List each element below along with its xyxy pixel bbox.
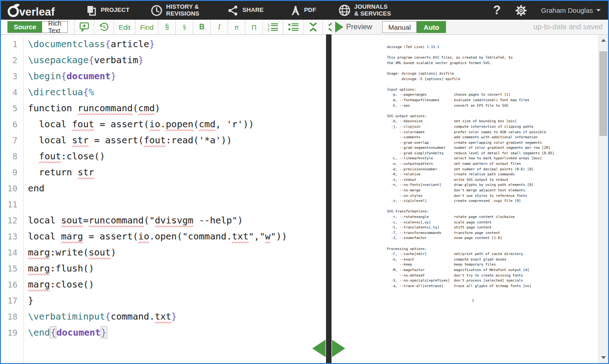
- nav-share[interactable]: SHARE: [228, 5, 264, 16]
- numbered-list-icon: 1 2: [267, 22, 278, 32]
- line-number: 5: [1, 100, 17, 116]
- display-math-button[interactable]: Π: [245, 20, 263, 34]
- edit-menu-button[interactable]: Edit: [114, 20, 136, 34]
- line-number: 2: [1, 52, 17, 68]
- line-number: 12: [1, 212, 17, 228]
- comment-plus-icon: [79, 22, 89, 32]
- line-number: 3: [1, 68, 17, 84]
- code-line[interactable]: [28, 196, 326, 212]
- pdf-text: dvisvgm (TeX Live) 1.15.1 This program c…: [387, 44, 555, 288]
- code-line[interactable]: marg:close(): [28, 277, 326, 293]
- editor-toolbar-cells: Edit Find § § B I π Π 1 2: [74, 20, 342, 34]
- nav-pdf-label: PDF: [304, 7, 316, 13]
- scrollbar-thumb[interactable]: [599, 51, 607, 136]
- line-number: 11: [1, 196, 17, 212]
- overleaf-logo[interactable]: verleaf: [7, 4, 62, 17]
- scroll-down-arrow-icon[interactable]: [601, 356, 606, 359]
- overleaf-logo-text: verleaf: [19, 5, 55, 17]
- preview-scrollbar[interactable]: [598, 35, 608, 363]
- bold-button[interactable]: B: [193, 20, 211, 34]
- bullet-list-icon: [288, 22, 299, 32]
- scroll-up-arrow-icon[interactable]: [601, 39, 606, 42]
- code-line[interactable]: local str = assert(fout:read('*a')): [28, 132, 326, 148]
- code-line[interactable]: end: [28, 180, 326, 196]
- italic-button[interactable]: I: [211, 20, 228, 34]
- line-number: 1: [1, 36, 17, 52]
- line-number: 9: [1, 164, 17, 180]
- user-menu[interactable]: Graham Douglas: [541, 6, 601, 14]
- project-pages-icon: [86, 5, 97, 16]
- expand-preview-right-arrow[interactable]: [335, 22, 343, 33]
- nav-project[interactable]: PROJECT: [86, 5, 130, 16]
- expand-preview-pane-arrow[interactable]: [332, 340, 345, 357]
- nav-share-label: SHARE: [242, 7, 264, 13]
- code-line[interactable]: marg:flush(): [28, 261, 326, 277]
- globe-icon: [338, 4, 351, 16]
- compile-status: up-to-date and saved: [533, 23, 603, 31]
- code-line[interactable]: local fout = assert(io.popen(cmd, 'r')): [28, 116, 326, 132]
- line-number: 4: [1, 84, 17, 100]
- rich-text-mode-button[interactable]: Rich Text: [42, 22, 67, 33]
- chevron-down-icon: [596, 9, 601, 11]
- code-editor[interactable]: 12345678910111213141516171819 \documentc…: [1, 35, 326, 363]
- top-nav-bar: verleaf PROJECT HISTORY & REVISIONS SHAR…: [1, 1, 608, 20]
- svg-text:2: 2: [267, 27, 270, 32]
- help-button[interactable]: ?: [493, 4, 501, 16]
- nav-history-revisions[interactable]: HISTORY & REVISIONS: [151, 4, 200, 17]
- code-line[interactable]: \begin{document}: [28, 68, 326, 84]
- code-line[interactable]: \directlua{%: [28, 84, 326, 100]
- mode-switch: Source Rich Text: [7, 21, 68, 33]
- code-line[interactable]: }: [28, 293, 326, 309]
- line-numbers: 12345678910111213141516171819: [1, 36, 24, 363]
- section-button[interactable]: §: [158, 20, 176, 34]
- preview-pane: Preview Manual Auto up-to-date and saved…: [332, 20, 608, 363]
- preview-toolbar: Preview Manual Auto up-to-date and saved: [332, 20, 608, 35]
- find-button[interactable]: Find: [136, 20, 158, 34]
- overleaf-leaf-icon: verleaf: [7, 4, 62, 17]
- nav-journals-label: JOURNALS & SERVICES: [354, 4, 392, 17]
- settings-gear-icon[interactable]: [515, 4, 527, 17]
- code-line[interactable]: local marg = assert(io.open("command.txt…: [28, 228, 326, 244]
- line-number: 19: [1, 325, 17, 341]
- bullet-list-button[interactable]: [283, 20, 304, 34]
- pdf-acrobat-icon: [290, 5, 300, 16]
- nav-pdf[interactable]: PDF: [290, 5, 316, 16]
- pdf-page-number: 1: [387, 299, 559, 303]
- source-mode-button[interactable]: Source: [8, 22, 42, 33]
- line-number: 10: [1, 180, 17, 196]
- line-number: 13: [1, 228, 17, 244]
- code-line[interactable]: local sout=runcommand("dvisvgm --help"): [28, 212, 326, 228]
- document-history-button[interactable]: [94, 20, 114, 34]
- subsection-button[interactable]: §: [176, 20, 193, 34]
- pdf-preview-area: dvisvgm (TeX Live) 1.15.1 This program c…: [332, 35, 608, 363]
- share-icon: [228, 5, 239, 16]
- manual-compile-button[interactable]: Manual: [382, 21, 417, 33]
- code-line[interactable]: \verbatiminput{command.txt}: [28, 309, 326, 325]
- pane-divider[interactable]: [326, 20, 332, 363]
- nav-journals-services[interactable]: JOURNALS & SERVICES: [338, 4, 392, 17]
- code-lines[interactable]: \documentclass{article}\usepackage{verba…: [24, 36, 326, 363]
- numbered-list-button[interactable]: 1 2: [263, 20, 283, 34]
- line-number: 17: [1, 293, 17, 309]
- add-comment-button[interactable]: [75, 20, 94, 34]
- inline-math-button[interactable]: π: [228, 20, 245, 34]
- compile-mode-switch: Manual Auto: [382, 21, 446, 33]
- code-line[interactable]: \end{document}: [28, 325, 326, 341]
- code-line[interactable]: \usepackage{verbatim}: [28, 52, 326, 68]
- header-right-group: ? Graham Douglas: [493, 4, 601, 17]
- nav-project-label: PROJECT: [101, 7, 130, 13]
- code-line[interactable]: marg:write(sout): [28, 244, 326, 261]
- line-number: 14: [1, 244, 17, 261]
- code-line[interactable]: function runcommand(cmd): [28, 100, 326, 116]
- code-line[interactable]: return str: [28, 164, 326, 180]
- line-number: 18: [1, 309, 17, 325]
- line-number: 6: [1, 116, 17, 132]
- collapse-button[interactable]: [304, 20, 323, 34]
- code-line[interactable]: fout:close(): [28, 148, 326, 164]
- auto-compile-button[interactable]: Auto: [417, 21, 446, 33]
- line-number: 8: [1, 148, 17, 164]
- code-line[interactable]: \documentclass{article}: [28, 36, 326, 52]
- collapse-editor-pane-arrow[interactable]: [312, 340, 326, 357]
- editor-toolbar: Source Rich Text: [1, 20, 326, 35]
- user-name: Graham Douglas: [541, 6, 593, 14]
